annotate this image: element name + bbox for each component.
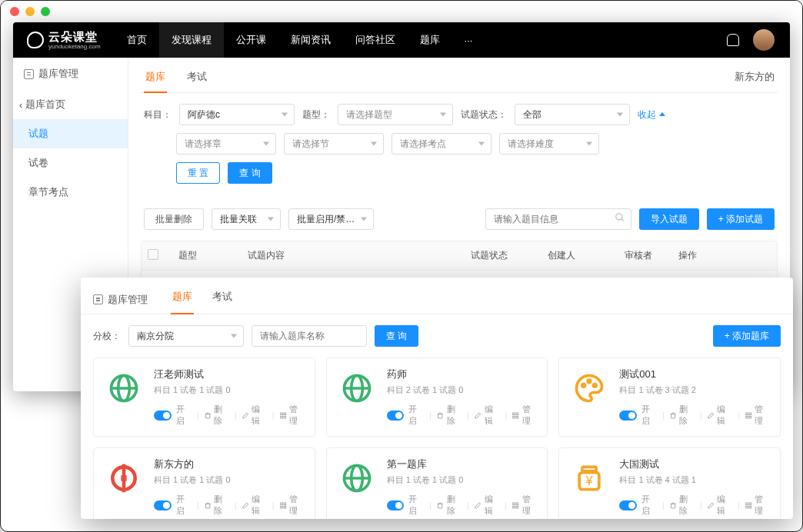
svg-rect-60 [746, 506, 748, 508]
svg-point-24 [594, 384, 597, 387]
card-meta: 科目 1 试卷 1 试题 0 [387, 474, 538, 486]
toggle-on[interactable] [154, 411, 172, 421]
card-edit[interactable]: 编辑 [707, 494, 733, 517]
card-manage[interactable]: 管理 [745, 494, 771, 517]
card-manage[interactable]: 管理 [279, 404, 305, 427]
card-edit[interactable]: 编辑 [474, 494, 500, 517]
difficulty-select[interactable]: 请选择难度 [499, 133, 599, 155]
tab-exam[interactable]: 考试 [185, 65, 208, 92]
bulk-delete-button[interactable]: 批量删除 [144, 208, 204, 230]
header-checkbox[interactable] [148, 249, 158, 260]
avatar[interactable] [753, 29, 775, 51]
subject-select[interactable]: 阿萨德c [179, 104, 295, 125]
toggle-on[interactable] [619, 500, 637, 510]
bell-icon[interactable] [727, 34, 739, 46]
card-delete[interactable]: 删除 [669, 494, 695, 517]
win2-query-button[interactable]: 查 询 [375, 325, 418, 347]
card-actions: 开启 | 删除 | 编辑 | 管理 [154, 404, 305, 427]
th-reviewer: 审核者 [625, 249, 678, 262]
max-dot[interactable] [41, 7, 50, 16]
card-edit[interactable]: 编辑 [474, 404, 500, 427]
search-icon[interactable] [615, 212, 625, 226]
sidebar-back-label: 题库首页 [25, 98, 65, 111]
status-select[interactable]: 全部 [515, 104, 630, 125]
svg-rect-53 [582, 467, 596, 471]
toggle-label: 开启 [176, 494, 192, 517]
svg-point-22 [582, 384, 585, 387]
bulk-toggle-select[interactable]: 批量启用/禁… [288, 208, 374, 230]
add-bank-button[interactable]: + 添加题库 [713, 325, 781, 347]
card-actions: 开启 | 删除 | 编辑 | 管理 [387, 494, 538, 517]
toggle-on[interactable] [154, 500, 172, 510]
nav-home[interactable]: 首页 [115, 22, 159, 58]
section-select[interactable]: 请选择节 [284, 133, 384, 155]
card-meta: 科目 1 试卷 4 试题 1 [619, 474, 771, 486]
reset-button[interactable]: 重 置 [176, 162, 220, 184]
sidebar-item-chapters[interactable]: 章节考点 [13, 178, 128, 207]
brand[interactable]: 云朵课堂 yunduoketang.com [13, 30, 115, 50]
add-question-button[interactable]: + 添加试题 [707, 208, 775, 230]
card-edit[interactable]: 编辑 [707, 404, 733, 427]
globe-green-icon [336, 457, 378, 499]
nav-discover[interactable]: 发现课程 [159, 22, 224, 58]
card-meta: 科目 1 试卷 3 试题 2 [619, 384, 771, 396]
svg-rect-58 [746, 503, 748, 505]
nav-qa[interactable]: 问答社区 [343, 22, 408, 58]
svg-rect-29 [749, 413, 751, 415]
svg-rect-10 [280, 416, 282, 418]
svg-text:¥: ¥ [585, 474, 594, 487]
bulk-link-select[interactable]: 批量关联 [212, 208, 281, 230]
bank-name-input[interactable] [252, 325, 367, 347]
card-delete[interactable]: 删除 [204, 404, 230, 427]
import-button[interactable]: 导入试题 [639, 208, 699, 230]
card-actions: 开启 | 删除 | 编辑 | 管理 [154, 494, 305, 517]
nav-bank[interactable]: 题库 [408, 22, 452, 58]
chapter-select[interactable]: 请选择章 [176, 133, 276, 155]
nav-news[interactable]: 新闻资讯 [278, 22, 343, 58]
card-manage[interactable]: 管理 [511, 494, 538, 517]
point-select[interactable]: 请选择考点 [392, 133, 491, 155]
bank-card: 测试001 科目 1 试卷 3 试题 2 开启 | 删除 | 编辑 | 管理 [558, 357, 781, 437]
th-content: 试题内容 [248, 249, 471, 262]
svg-rect-55 [671, 504, 675, 508]
th-actions: 操作 [678, 249, 771, 262]
card-edit[interactable]: 编辑 [242, 494, 268, 517]
win2-tab-exam[interactable]: 考试 [211, 285, 234, 314]
svg-rect-40 [280, 506, 282, 508]
tab-bank[interactable]: 题库 [144, 65, 167, 93]
svg-rect-28 [746, 413, 748, 415]
card-delete[interactable]: 删除 [204, 494, 230, 517]
nav-more[interactable]: ··· [452, 22, 485, 58]
close-dot[interactable] [10, 7, 19, 16]
svg-rect-19 [516, 413, 518, 415]
win2-tab-bank[interactable]: 题库 [171, 285, 194, 314]
sidebar-back[interactable]: ‹ 题库首页 [13, 90, 128, 119]
query-button[interactable]: 查 询 [228, 162, 272, 184]
card-delete[interactable]: 删除 [669, 404, 695, 427]
card-delete[interactable]: 删除 [436, 404, 462, 427]
min-dot[interactable] [25, 7, 35, 16]
th-status: 试题状态 [471, 249, 548, 262]
toggle-label: 开启 [641, 494, 658, 517]
bank-card: 第一题库 科目 1 试卷 1 试题 0 开启 | 删除 | 编辑 | 管理 [326, 447, 548, 519]
toggle-on[interactable] [387, 411, 405, 421]
collapse-link[interactable]: 收起 [638, 108, 665, 121]
search-input[interactable] [485, 208, 631, 230]
card-manage[interactable]: 管理 [745, 404, 771, 427]
card-manage[interactable]: 管理 [511, 404, 538, 427]
type-select[interactable]: 请选择题型 [338, 104, 453, 125]
svg-rect-25 [671, 414, 675, 418]
top-nav: 云朵课堂 yunduoketang.com 首页 发现课程 公开课 新闻资讯 问… [13, 22, 790, 58]
nav-open[interactable]: 公开课 [224, 22, 278, 58]
card-edit[interactable]: 编辑 [242, 404, 268, 427]
toggle-on[interactable] [619, 411, 637, 421]
branch-select[interactable]: 南京分院 [128, 325, 244, 347]
toggle-on[interactable] [387, 500, 405, 510]
card-delete[interactable]: 删除 [436, 494, 462, 517]
sidebar-item-papers[interactable]: 试卷 [13, 148, 128, 178]
sidebar-item-questions[interactable]: 试题 [13, 119, 128, 148]
svg-rect-51 [516, 506, 518, 508]
globe-green-icon [103, 367, 145, 409]
card-manage[interactable]: 管理 [279, 494, 305, 517]
toggle-label: 开启 [176, 404, 192, 427]
